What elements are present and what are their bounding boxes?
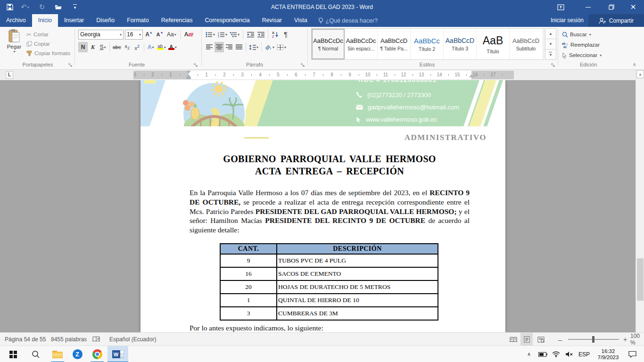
tab-revisar[interactable]: Revisar	[256, 14, 288, 27]
style-table-pa[interactable]: AaBbCcD¶ Table Pa...	[378, 29, 411, 59]
italic-button[interactable]: K	[88, 42, 98, 52]
start-button[interactable]	[4, 346, 23, 362]
change-case-button[interactable]: Aa▾	[166, 29, 177, 40]
styles-scroll-up-button[interactable]: ▲	[545, 28, 556, 39]
tab-formato[interactable]: Formato	[121, 14, 155, 27]
clipboard-dialog-launcher[interactable]	[68, 63, 73, 68]
style-sin-espaci[interactable]: AaBbCcDcSin espaci...	[345, 29, 378, 59]
volume-status[interactable]	[563, 346, 575, 362]
tab-selector[interactable]: L	[6, 71, 13, 79]
superscript-button[interactable]: x2	[132, 42, 142, 52]
styles-dialog-launcher[interactable]	[551, 63, 556, 68]
print-layout-button[interactable]	[520, 333, 533, 346]
zoom-in-button[interactable]: +	[623, 333, 627, 346]
borders-button[interactable]: ▾	[276, 42, 287, 52]
cut-button[interactable]: ✂Cortar	[26, 30, 70, 39]
vertical-scrollbar[interactable]: ▲	[636, 70, 644, 332]
zoom-out-button[interactable]: –	[558, 333, 562, 346]
tab-insertar[interactable]: Insertar	[58, 14, 90, 27]
tab-inicio[interactable]: Inicio	[32, 14, 58, 27]
left-indent-marker[interactable]	[186, 77, 191, 79]
proofing-status[interactable]	[92, 333, 100, 346]
first-line-indent-marker[interactable]	[186, 71, 191, 74]
document-page[interactable]: GAD PARROQUIAL Valle Hermoso RUC # 17681…	[140, 80, 505, 332]
read-mode-button[interactable]	[507, 333, 520, 346]
align-center-button[interactable]	[215, 42, 224, 52]
bold-button[interactable]: N	[78, 42, 88, 52]
font-name-combo[interactable]: Georgia▾	[78, 30, 124, 40]
collapse-ribbon-button[interactable]: ∧	[633, 62, 636, 67]
scroll-up-button[interactable]: ▲	[636, 70, 644, 78]
styles-more-button[interactable]: ▼	[545, 49, 556, 60]
paste-button[interactable]: Pegar ▾	[4, 29, 25, 54]
bullets-button[interactable]: ▾	[205, 29, 216, 40]
battery-status[interactable]	[537, 346, 549, 362]
shrink-font-button[interactable]: A▼	[155, 29, 165, 40]
lightbulb-icon	[318, 17, 323, 24]
font-color-button[interactable]: A▾	[167, 42, 178, 52]
minimize-button[interactable]	[580, 0, 596, 14]
tab-vista[interactable]: Vista	[288, 14, 314, 27]
language-indicator[interactable]: Español (Ecuador)	[109, 333, 156, 346]
keyboard-language[interactable]: ESP	[576, 346, 592, 362]
scrollbar-thumb[interactable]	[637, 258, 644, 301]
horizontal-ruler[interactable]: 3211234567891011121314151617	[133, 71, 514, 79]
line-spacing-button[interactable]: ▾	[248, 42, 259, 52]
tell-me-box[interactable]: ¿Qué desea hacer?	[314, 14, 383, 27]
show-marks-button[interactable]: ¶	[281, 29, 290, 40]
justify-button[interactable]	[234, 42, 244, 52]
taskbar-search-button[interactable]	[26, 346, 45, 362]
style-titulo-3[interactable]: AaBbCcDTítulo 3	[444, 29, 477, 59]
select-button[interactable]: Seleccionar▾	[562, 50, 602, 60]
shading-button[interactable]: ▾	[264, 42, 275, 52]
page-indicator[interactable]: Página 54 de 55	[5, 333, 46, 346]
underline-button[interactable]: S▾	[98, 42, 107, 52]
copy-button[interactable]: Copiar	[26, 39, 70, 49]
styles-scroll-down-button[interactable]: ▼	[545, 39, 556, 49]
highlight-button[interactable]: ab▾	[156, 42, 167, 52]
word-count[interactable]: 8455 palabras	[51, 333, 87, 346]
numbering-button[interactable]: 123▾	[217, 29, 228, 40]
style-normal[interactable]: AaBbCcDc¶ Normal	[312, 29, 345, 59]
zoom-level[interactable]: 100 %	[630, 333, 644, 346]
align-right-button[interactable]	[224, 42, 234, 52]
replace-button[interactable]: abac Reemplazar	[562, 40, 602, 50]
find-button[interactable]: Buscar▾	[562, 29, 602, 40]
decrease-indent-button[interactable]	[246, 29, 255, 40]
web-layout-button[interactable]	[535, 333, 547, 346]
tab-diseno[interactable]: Diseño	[90, 14, 121, 27]
clock[interactable]: 16:327/9/2023	[593, 346, 623, 362]
style-titulo-2[interactable]: AaBbCcTítulo 2	[411, 29, 444, 59]
share-button[interactable]: Compartir	[588, 14, 644, 27]
paragraph-dialog-launcher[interactable]	[300, 63, 305, 68]
increase-indent-button[interactable]	[256, 29, 265, 40]
word-button[interactable]: W	[107, 346, 128, 362]
multilevel-list-button[interactable]: ▾	[229, 29, 240, 40]
tray-expand-button[interactable]: ∧	[523, 346, 535, 362]
sort-button[interactable]: AZ	[271, 29, 280, 40]
z-app-button[interactable]: Z	[68, 346, 87, 362]
zoom-slider-thumb[interactable]	[592, 336, 594, 343]
wifi-status[interactable]	[550, 346, 562, 362]
font-dialog-launcher[interactable]	[193, 63, 198, 68]
restore-button[interactable]	[603, 0, 619, 14]
ribbon-display-options-button[interactable]	[553, 0, 569, 14]
chrome-button[interactable]	[88, 346, 107, 362]
font-size-combo[interactable]: 16▾	[125, 30, 143, 40]
sign-in-button[interactable]: Iniciar sesión	[551, 14, 584, 27]
clear-formatting-button[interactable]: A	[183, 29, 194, 40]
close-button[interactable]: ✕	[625, 0, 641, 14]
tab-referencias[interactable]: Referencias	[155, 14, 199, 27]
action-center-button[interactable]	[625, 346, 639, 362]
strikethrough-button[interactable]: abc	[112, 42, 122, 52]
subscript-button[interactable]: x2	[123, 42, 132, 52]
text-effects-button[interactable]: A▾	[146, 42, 156, 52]
style-subtitulo[interactable]: AaBbCcDSubtítulo	[510, 29, 543, 59]
tab-archivo[interactable]: Archivo	[0, 14, 32, 27]
tab-correspondencia[interactable]: Correspondencia	[198, 14, 256, 27]
align-left-button[interactable]	[205, 42, 214, 52]
file-explorer-button[interactable]	[48, 346, 67, 362]
grow-font-button[interactable]: A▲	[144, 29, 154, 40]
format-painter-button[interactable]: Copiar formato	[26, 49, 70, 58]
style-titulo[interactable]: AaBTítulo	[477, 29, 510, 59]
